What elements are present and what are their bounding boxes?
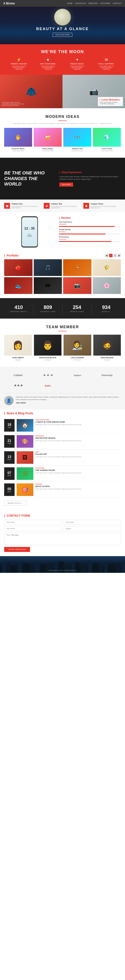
- features-row: ▣ Feature One Lorem ipsum dolor sit amet…: [0, 199, 125, 212]
- review-2-bar: [59, 234, 121, 234]
- testimonial-text: Awesome work! Lorem ipsum dolor sit amet…: [16, 396, 121, 401]
- counter-likes-label: FACEBOOK LIKES: [35, 311, 60, 312]
- modern-card-3-desc: Lorem ipsum dolor: [63, 150, 91, 151]
- counter-tweets-num: 410: [6, 304, 31, 310]
- house-overlay: | House & Homes Lorem ipsum dolor sit am…: [2, 99, 27, 106]
- portfolio-item-5[interactable]: 👟: [4, 277, 33, 294]
- blog-date-5: 05 MAY: [4, 484, 14, 496]
- modern-subtitle: PRESENTING THE FINEST CREATION FROM THE …: [4, 123, 121, 124]
- nav-portfolio[interactable]: PORTFOLIO: [75, 2, 86, 5]
- nav-services[interactable]: SERVICES: [88, 2, 98, 5]
- portfolio-2-btn[interactable]: 2: [113, 254, 117, 257]
- modern-divider: [59, 121, 66, 121]
- contact-email-input[interactable]: [63, 520, 121, 525]
- nav-contact[interactable]: CONTACT: [113, 2, 122, 5]
- counter-awards-num: 254: [65, 304, 89, 310]
- team-role-2: Developer: [34, 359, 62, 361]
- team-name-1: SARA SMITH: [4, 356, 32, 359]
- feature-item-3: ◉ Feature Three Lorem ipsum dolor sit am…: [83, 203, 121, 209]
- blog-cat-3: ART: [35, 451, 121, 453]
- modern-section: MODERN IDEAS PRESENTING THE FINEST CREAT…: [0, 108, 125, 158]
- feature-item-2: ◈ Feature Two Lorem ipsum dolor sit amet…: [44, 203, 81, 209]
- review-1-fill: [59, 226, 115, 227]
- review-3-stars: ★★★★★: [59, 239, 121, 240]
- footer-text: © 2014 Bivme Theme. All Rights Reserved.: [49, 570, 77, 571]
- hero-button[interactable]: DISCOVER MORE: [53, 33, 72, 37]
- blog-ptext-1: Lorem ipsum dolor sit amet, consectetur …: [35, 424, 121, 426]
- blog-ptitle-2[interactable]: DECORATIVE DESIGN: [35, 437, 121, 439]
- blog-date-2: 21 FEB: [4, 435, 14, 448]
- team-role-1: Designer: [4, 359, 32, 361]
- portfolio-item-4[interactable]: 🌾: [93, 259, 121, 276]
- contact-subject-input[interactable]: [63, 526, 121, 531]
- blog-ptext-4: Lorem ipsum dolor sit amet, consectetur …: [35, 472, 121, 474]
- svg-rect-17: [93, 563, 98, 573]
- portfolio-item-8[interactable]: 🌸: [93, 277, 121, 294]
- svg-rect-9: [46, 563, 53, 573]
- team-card-1: 👩 SARA SMITH Designer: [4, 335, 32, 361]
- blog-post-4: 07 APR 🌿 OUTDOOR THE GARDEN HOUSE Lorem …: [4, 466, 121, 482]
- contact-phone-input[interactable]: [4, 526, 62, 531]
- team-card-2: 👨 JONATHAN BLACK Developer: [34, 335, 62, 361]
- portfolio-1-btn[interactable]: 1: [109, 254, 112, 257]
- svg-rect-18: [99, 565, 103, 573]
- blog-content-3: ART FALLEN ART Lorem ipsum dolor sit ame…: [35, 451, 121, 464]
- portfolio-item-2[interactable]: 🎵: [34, 259, 62, 276]
- review-3-name: Performance: [59, 236, 121, 238]
- nav-home[interactable]: HOME: [67, 2, 73, 5]
- trendy-icon: ⚡: [10, 57, 27, 62]
- blog-content-1: ARCHITECTURE A NIGHT IN YOUR DREAM HOME …: [35, 419, 121, 432]
- portfolio-item-6[interactable]: 🕶: [34, 277, 62, 294]
- portfolio-next-btn[interactable]: ▶: [117, 254, 121, 257]
- phone-side: 12 : 35 🚲: [4, 216, 55, 248]
- hot-icon: ★: [40, 57, 56, 62]
- team-role-4: Manager: [93, 359, 121, 361]
- portfolio-item-1[interactable]: 🍅: [4, 259, 33, 276]
- fresh-icon: ✦: [69, 57, 85, 62]
- svg-rect-13: [71, 565, 74, 573]
- portfolio-item-3[interactable]: 🪑: [63, 259, 92, 276]
- portfolio-item-7[interactable]: 📷: [63, 277, 92, 294]
- house-left: 🧥 | House & Homes Lorem ipsum dolor sit …: [0, 75, 62, 108]
- contact-name-input[interactable]: [4, 520, 62, 525]
- feature-1-title: Feature One: [12, 203, 42, 205]
- luxury-title: | Luxury Motivators: [100, 99, 121, 101]
- red-feature-2: ★ HOT FEATURES Lorem ipsum dolor sit ame…: [40, 57, 56, 70]
- contact-submit-button[interactable]: SEND MESSAGE: [4, 547, 30, 552]
- blog-date-4: 07 APR: [4, 467, 14, 480]
- modern-card-3-img: 👓: [63, 128, 91, 146]
- nav-logo[interactable]: X Bivme: [3, 2, 15, 5]
- blog-ptitle-4[interactable]: THE GARDEN HOUSE: [35, 469, 121, 471]
- blog-ptitle-1[interactable]: A NIGHT IN YOUR DREAM HOME: [35, 421, 121, 423]
- dark-quote: BE THE ONE WHO CHANGES THE WORLD: [4, 170, 52, 187]
- blog-date-3: 13 MAR: [4, 451, 14, 464]
- client-logo-2: ✦ ✦ ✦: [34, 371, 62, 379]
- modern-grid: 🖐 Everyone Wants Lorem ipsum dolor 🍰 Tas…: [4, 128, 121, 151]
- review-2-fill: [59, 234, 105, 234]
- modern-card-2: 🍰 Tasty, Always Lorem ipsum dolor: [34, 128, 62, 151]
- counter-likes: 809 FACEBOOK LIKES: [33, 302, 62, 314]
- contact-row-2: [4, 526, 121, 531]
- feature-3-title: Feature Three: [91, 203, 121, 205]
- dark-see-more-button[interactable]: SEE MORE: [59, 183, 73, 186]
- blog-ptitle-5[interactable]: QUICK ACCESS: [35, 485, 121, 487]
- red-feature-3-desc: Lorem ipsum dolor sit amet consectetur a…: [69, 65, 85, 70]
- portfolio-prev-btn[interactable]: ◀: [105, 254, 108, 257]
- feature-3-text: Feature Three Lorem ipsum dolor sit amet…: [91, 203, 121, 208]
- hero-section: BEAUTY AT A GLANCE DISCOVER MORE: [0, 7, 125, 44]
- nav-links: HOME PORTFOLIO SERVICES FEATURES CONTACT: [67, 2, 122, 5]
- blog-ptitle-3[interactable]: FALLEN ART: [35, 453, 121, 455]
- team-divider: [59, 331, 66, 331]
- contact-message-input[interactable]: [4, 533, 121, 545]
- hero-moon: [54, 9, 71, 25]
- support-icon: ✉: [98, 57, 115, 62]
- blog-more-button[interactable]: MORE POSTS +: [4, 501, 26, 506]
- dark-quote-area: BE THE ONE WHO CHANGES THE WORLD: [0, 158, 56, 199]
- dark-feature-title: | Deep Experience: [59, 171, 122, 174]
- feature-3-icon: ◉: [83, 203, 89, 209]
- svg-rect-5: [23, 563, 29, 573]
- luxury-text: Lorem ipsum dolor sit amet, consectetur …: [100, 102, 121, 105]
- nav-features[interactable]: FEATURES: [100, 2, 110, 5]
- blog-post-2: 21 FEB 🎨 INTERIOR DECORATIVE DESIGN Lore…: [4, 433, 121, 450]
- svg-rect-10: [54, 565, 58, 573]
